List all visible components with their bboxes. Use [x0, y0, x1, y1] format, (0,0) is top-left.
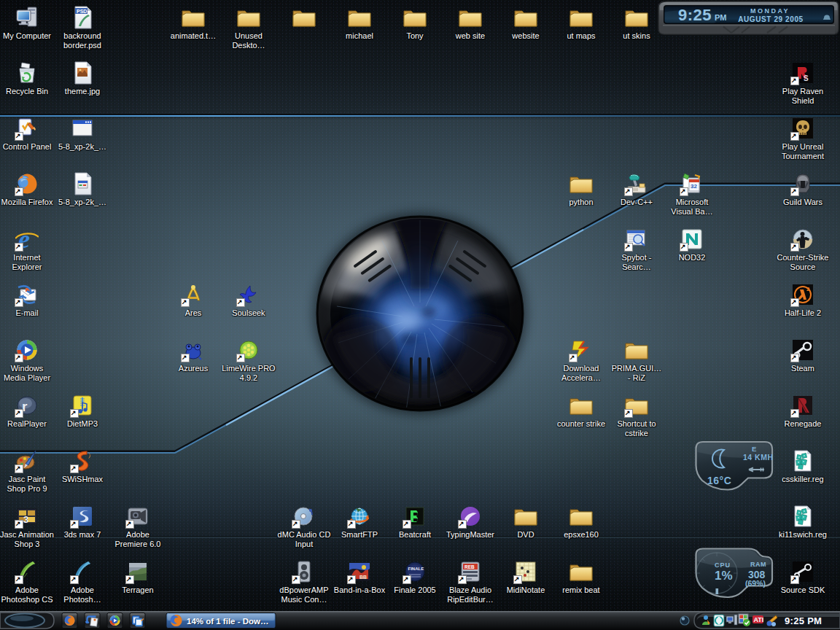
- svg-text:CPU: CPU: [715, 561, 731, 569]
- svg-text:REB: REB: [464, 564, 475, 569]
- svg-text:RAM: RAM: [750, 561, 766, 568]
- svg-text:PM: PM: [715, 13, 727, 22]
- svg-text:1%: 1%: [715, 569, 733, 583]
- svg-text:(69%): (69%): [745, 579, 766, 588]
- svg-text:PSD: PSD: [77, 9, 87, 14]
- svg-text:14% of 1 file - Dow…: 14% of 1 file - Dow…: [187, 617, 268, 626]
- svg-text:9:25 PM: 9:25 PM: [785, 615, 822, 626]
- svg-text:BB: BB: [359, 575, 367, 580]
- svg-text:MONDAY: MONDAY: [750, 7, 790, 15]
- svg-text:3: 3: [23, 514, 28, 525]
- svg-text:14 KMH: 14 KMH: [743, 453, 774, 462]
- svg-text:ATI: ATI: [754, 616, 764, 623]
- svg-text:2: 2: [806, 286, 810, 292]
- svg-text:AUGUST 29 2005: AUGUST 29 2005: [738, 15, 804, 23]
- svg-text:32: 32: [691, 183, 697, 190]
- svg-text:E: E: [752, 445, 756, 453]
- svg-text:16°C: 16°C: [707, 475, 731, 486]
- svg-text:FINALE: FINALE: [408, 567, 424, 571]
- svg-text:9:25: 9:25: [678, 6, 712, 24]
- svg-text:S: S: [804, 74, 809, 82]
- svg-text:r: r: [22, 399, 28, 414]
